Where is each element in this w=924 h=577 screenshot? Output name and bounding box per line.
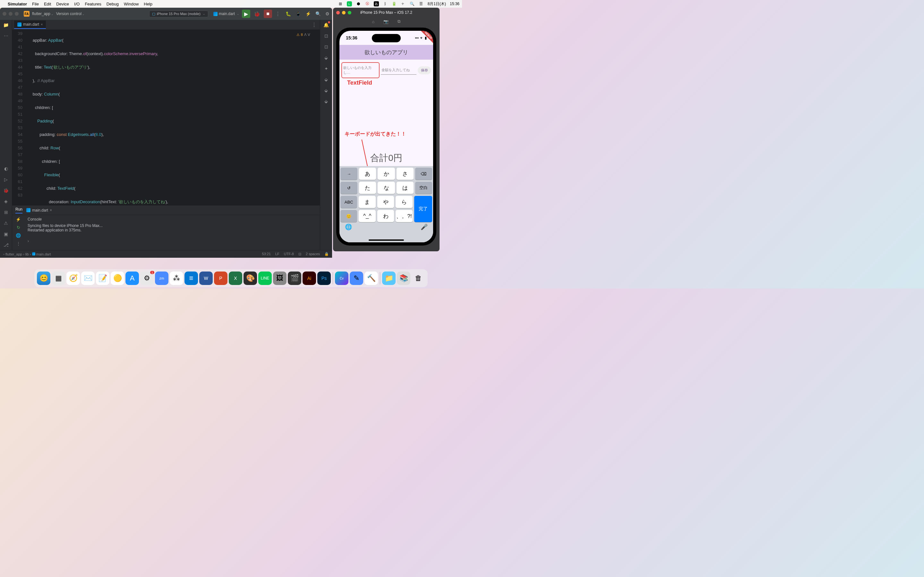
dock-photoshop[interactable]: Ps <box>317 271 331 285</box>
dock-line[interactable]: LINE <box>258 271 272 285</box>
app-menu[interactable]: Simulator <box>8 2 27 6</box>
traffic-lights[interactable] <box>3 12 19 16</box>
dock-notes[interactable]: 📝 <box>96 271 110 285</box>
home-icon[interactable]: ⌂ <box>372 19 375 24</box>
run-config[interactable]: main.dart⌄ <box>213 11 239 16</box>
control-center-icon[interactable]: ☰ <box>419 1 424 6</box>
key-sa[interactable]: さ <box>397 168 414 180</box>
code-editor[interactable]: ⚠ 8 ᐱ ᐯ 39404142434445464748495051525354… <box>12 29 320 205</box>
dock-finder[interactable]: 😊 <box>37 271 50 285</box>
flutter-icon-2[interactable]: ⬙ <box>325 77 328 82</box>
wifi-icon[interactable]: ᯤ <box>401 1 406 6</box>
menubar-time[interactable]: 15:36 <box>450 2 459 6</box>
key-ta[interactable]: た <box>359 182 376 194</box>
stop-button[interactable]: ■ <box>264 10 272 18</box>
key-abc[interactable]: ABC <box>341 196 357 208</box>
home-indicator[interactable] <box>368 239 404 241</box>
input-mode[interactable]: あ <box>374 1 379 6</box>
dock-figma[interactable]: 🎨 <box>244 271 257 285</box>
key-kaomoji[interactable]: ^_^ <box>359 210 375 222</box>
lock-icon[interactable]: 🔒 <box>325 252 329 256</box>
menu-io[interactable]: I/O <box>74 2 79 6</box>
console-more-icon[interactable]: ⋮ <box>16 241 21 246</box>
dock-canva[interactable]: Cv <box>335 271 349 285</box>
menu-help[interactable]: Help <box>144 2 152 6</box>
dock-vscode[interactable]: ≡ <box>184 271 198 285</box>
console-prompt[interactable]: › <box>27 239 317 243</box>
dock-fcp[interactable]: 🎬 <box>288 271 301 285</box>
menu-device[interactable]: Device <box>56 2 69 6</box>
dock-launchpad[interactable]: ▦ <box>52 271 65 285</box>
screenshot-icon[interactable]: 📷 <box>383 19 389 24</box>
settings-icon[interactable]: ⚙ <box>325 11 330 16</box>
restart-icon[interactable]: ↻ <box>17 225 20 230</box>
globe-icon[interactable]: 🌐 <box>345 223 352 230</box>
key-ha[interactable]: は <box>397 182 414 194</box>
menu-debug[interactable]: Debug <box>107 2 119 6</box>
line-icon[interactable]: L <box>347 1 352 6</box>
run-tool-icon[interactable]: ▷ <box>4 177 8 182</box>
key-emoji[interactable]: 😊 <box>341 210 357 222</box>
cursor-position[interactable]: 53:21 <box>262 252 271 256</box>
name-textfield[interactable]: 欲しいものを入力し… <box>341 62 380 78</box>
dock-appstore[interactable]: A <box>126 271 139 285</box>
device-selector[interactable]: ▢iPhone 15 Pro Max (mobile)⌄ <box>149 11 208 17</box>
run-file-tab[interactable]: main.dart × <box>26 208 52 213</box>
bluetooth-icon[interactable]: ᛒ <box>383 1 388 6</box>
tool-icon-3[interactable]: ⚡ <box>305 11 311 16</box>
tool-icon-1[interactable]: 🐛 <box>286 11 291 16</box>
run-tab[interactable]: Run <box>15 207 23 213</box>
dock-zoom[interactable]: zm <box>155 271 168 285</box>
key-ya[interactable]: や <box>377 196 394 208</box>
dock-safari[interactable]: 🧭 <box>66 271 80 285</box>
tool-r2-icon[interactable]: ⊡ <box>325 44 328 49</box>
breadcrumb[interactable]: ▫ flutter_app › lib › main.dart <box>3 252 51 256</box>
more-tools-icon[interactable]: ⋯ <box>4 33 8 39</box>
dock-preview[interactable]: 🖼 <box>273 271 286 285</box>
flutter-icon-4[interactable]: ⬙ <box>325 99 328 104</box>
save-button[interactable]: 保存 <box>418 66 431 74</box>
dock-downloads[interactable]: 📁 <box>382 271 396 285</box>
line-ending[interactable]: LF <box>275 252 279 256</box>
tab-more-icon[interactable]: ⋮ <box>312 22 317 28</box>
key-ra[interactable]: ら <box>396 196 412 208</box>
dock-chrome[interactable]: 🟡 <box>111 271 124 285</box>
editor-tab-main[interactable]: main.dart × <box>14 21 46 29</box>
flutter-icon[interactable]: ⬙ <box>325 55 328 60</box>
debug-tool-icon[interactable]: 🐞 <box>3 188 9 193</box>
dock-word[interactable]: W <box>199 271 213 285</box>
terminal-tool-icon[interactable]: ▣ <box>4 231 8 237</box>
key-space[interactable]: 空白 <box>415 182 432 194</box>
tool-icon-2[interactable]: 📱 <box>296 11 301 16</box>
more-button[interactable]: ⋮ <box>275 11 280 17</box>
problems-tool-icon[interactable]: ⚠ <box>4 221 8 226</box>
key-ka[interactable]: か <box>378 168 395 180</box>
key-a[interactable]: あ <box>359 168 376 180</box>
sim-traffic-lights[interactable] <box>336 11 351 15</box>
key-na[interactable]: な <box>378 182 395 194</box>
spotlight-icon[interactable]: 🔍 <box>410 1 415 6</box>
dock-excel[interactable]: X <box>229 271 242 285</box>
key-punct[interactable]: 、。?! <box>396 210 412 222</box>
menu-features[interactable]: Features <box>85 2 101 6</box>
tool-r1-icon[interactable]: ⊡ <box>325 33 328 39</box>
feedback-icon[interactable]: ⊡ <box>298 252 301 256</box>
key-done[interactable]: 完了 <box>414 196 432 222</box>
dock-app1[interactable]: ✎ <box>350 271 363 285</box>
dock-trash[interactable]: 🗑 <box>412 271 425 285</box>
vcs-menu[interactable]: Version control⌄ <box>56 11 85 16</box>
tool-b-icon[interactable]: ◈ <box>4 199 8 204</box>
run-button[interactable]: ▶ <box>242 10 250 18</box>
menu-file[interactable]: File <box>32 2 39 6</box>
copy-icon[interactable]: ⧉ <box>397 19 401 24</box>
menubar-icon-2[interactable]: ⬢ <box>356 1 361 6</box>
warnings-badge[interactable]: ⚠ 8 ᐱ ᐯ <box>296 31 310 38</box>
encoding[interactable]: UTF-8 <box>284 252 294 256</box>
git-tool-icon[interactable]: ⎇ <box>3 242 9 247</box>
ai-icon[interactable]: ✦ <box>325 66 328 71</box>
flutter-icon-3[interactable]: ⬙ <box>325 88 328 93</box>
structure-tool-icon[interactable]: ⊞ <box>4 210 8 215</box>
dock-illustrator[interactable]: Ai <box>302 271 316 285</box>
menubar-icon-1[interactable]: ⊞ <box>338 1 343 6</box>
console[interactable]: Console Syncing files to device iPhone 1… <box>24 215 320 250</box>
